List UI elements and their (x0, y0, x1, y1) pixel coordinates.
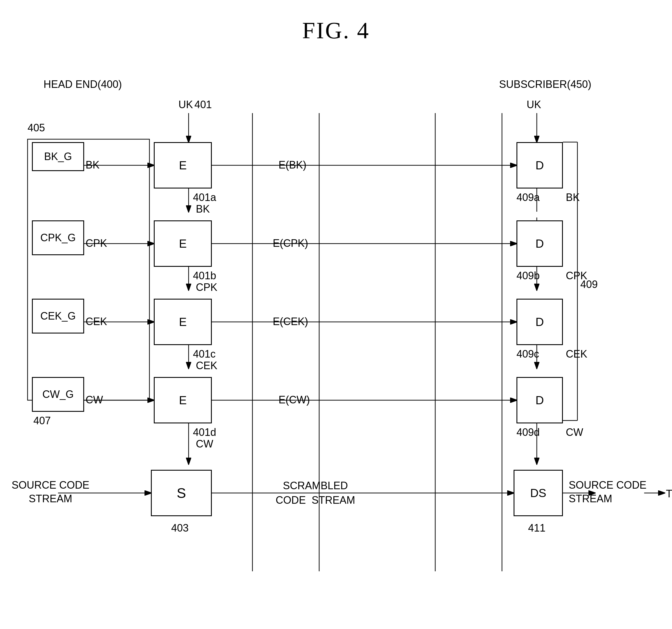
ecpk-label: E(CPK) (273, 237, 308, 249)
e3-box: E (154, 299, 212, 345)
tv-label: TV (666, 488, 672, 500)
d3-box: D (517, 299, 563, 345)
ref-401d: 401d (193, 426, 216, 438)
cw-label-1: CW (86, 394, 103, 406)
ref-401c: 401c (193, 348, 216, 360)
source-code-stream-right: SOURCE CODESTREAM (569, 478, 646, 506)
d1-box: D (517, 142, 563, 188)
source-code-stream-left: SOURCE CODESTREAM (11, 478, 89, 506)
ref-411: 411 (528, 522, 546, 534)
bk-label-d1: BK (566, 192, 580, 204)
bk-g-box: BK_G (32, 142, 84, 171)
d2-box: D (517, 220, 563, 267)
svg-rect-31 (28, 139, 149, 400)
subscriber-label: SUBSCRIBER(450) (499, 78, 591, 91)
ref-405: 405 (28, 122, 45, 134)
ds-box: DS (513, 470, 563, 516)
ref-409b: 409b (517, 270, 540, 282)
ref-401: 401 (194, 99, 212, 111)
ref-403: 403 (171, 522, 189, 534)
ecw-label: E(CW) (279, 394, 310, 406)
e4-box: E (154, 377, 212, 423)
ebk-label: E(BK) (279, 159, 306, 171)
ecek-label: E(CEK) (273, 316, 308, 328)
cw-g-box: CW_G (32, 377, 84, 412)
e2-box: E (154, 220, 212, 267)
ref-409d: 409d (517, 426, 540, 438)
ref-409a: 409a (517, 192, 540, 204)
cpk-label-e2out: CPK (196, 281, 217, 294)
head-end-label: HEAD END(400) (44, 78, 122, 91)
cpk-label-1: CPK (86, 237, 107, 249)
cek-label-e3out: CEK (196, 359, 217, 372)
cw-label-e4out: CW (196, 438, 213, 450)
ref-401a: 401a (193, 192, 216, 204)
cek-g-box: CEK_G (32, 299, 84, 333)
ref-409: 409 (580, 278, 598, 291)
cpk-g-box: CPK_G (32, 220, 84, 255)
cek-label-d3: CEK (566, 348, 587, 360)
ref-401b: 401b (193, 270, 216, 282)
s-box: S (151, 470, 212, 516)
cek-label-1: CEK (86, 316, 107, 328)
d4-box: D (517, 377, 563, 423)
ref-407: 407 (33, 415, 51, 427)
scrambled-code-stream: SCRAMBLEDCODE STREAM (275, 478, 355, 508)
figure-title: FIG. 4 (302, 18, 370, 44)
uk-left-label: UK (178, 99, 193, 111)
bk-label-e1out: BK (196, 203, 210, 215)
ref-409c: 409c (517, 348, 539, 360)
cw-label-d4: CW (566, 426, 583, 438)
uk-right-label: UK (527, 99, 541, 111)
bk-label-1: BK (86, 159, 99, 171)
e1-box: E (154, 142, 212, 188)
